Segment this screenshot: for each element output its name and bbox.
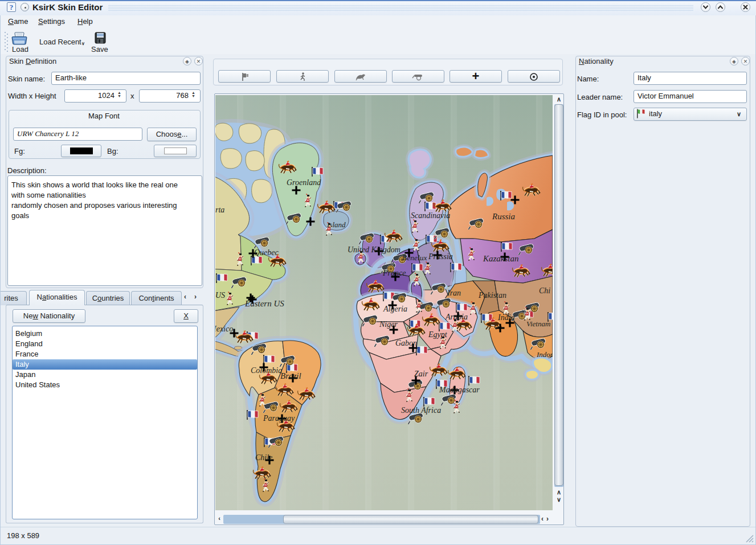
svg-text:US: US [215,291,225,300]
svg-text:Algeria: Algeria [383,305,407,313]
svg-text:Vietnam: Vietnam [526,319,550,328]
svg-text:Eastern US: Eastern US [244,299,284,308]
svg-text:Niger: Niger [379,320,398,329]
svg-text:Kazakstan: Kazakstan [483,254,519,263]
svg-text:India: India [497,313,515,322]
svg-text:Brazil: Brazil [280,371,301,380]
svg-text:Chile: Chile [255,453,272,462]
svg-text:Arabia: Arabia [445,313,468,321]
svg-text:Russia: Russia [492,212,515,221]
svg-text:Benelux: Benelux [402,253,427,262]
svg-text:Iran: Iran [447,289,461,297]
svg-text:Prussia: Prussia [428,252,453,261]
svg-text:Egypt: Egypt [428,330,448,339]
svg-text:Paraguay: Paraguay [263,414,295,423]
svg-text:Pakistan: Pakistan [478,291,506,300]
svg-text:Chi: Chi [539,286,550,295]
svg-text:rta: rta [215,206,224,214]
svg-text:Mexico: Mexico [215,325,233,333]
svg-text:Quebec: Quebec [254,248,279,257]
svg-text:United Kingdom: United Kingdom [348,245,401,254]
svg-text:Indon: Indon [536,350,553,359]
svg-text:Colombia: Colombia [251,366,282,375]
svg-text:Zair: Zair [414,370,428,378]
svg-text:Island: Island [326,220,346,229]
svg-text:Madagascar: Madagascar [439,386,480,394]
svg-text:Groenland: Groenland [287,178,321,187]
svg-text:Gabon: Gabon [395,339,417,347]
svg-text:France: France [382,269,406,277]
svg-text:Scandinavia: Scandinavia [411,211,450,220]
svg-text:South Africa: South Africa [401,406,441,415]
